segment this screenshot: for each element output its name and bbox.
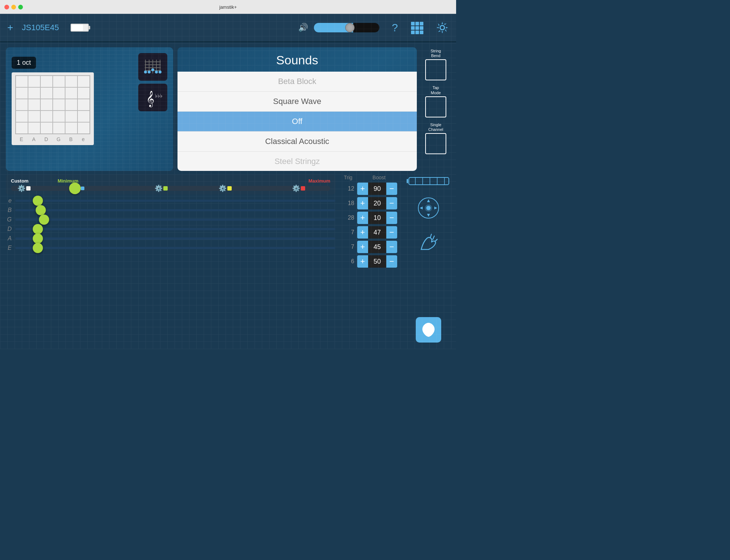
- tap-mode-label: TapMode: [431, 85, 441, 95]
- svg-point-20: [148, 71, 151, 73]
- pick-button[interactable]: [416, 317, 441, 343]
- guitar-grid: E A D G B e: [12, 72, 94, 145]
- grid-cell: [53, 111, 65, 122]
- grid-cell: [16, 111, 28, 122]
- boost-plus-1[interactable]: +: [357, 183, 368, 195]
- boost-minus-3[interactable]: −: [386, 212, 397, 224]
- boost-plus-6[interactable]: +: [357, 255, 368, 268]
- custom-marker: ⚙️: [17, 184, 31, 192]
- sensitivity-track[interactable]: ⚙️ ⚙️: [11, 186, 330, 191]
- svg-text:♭♭♭: ♭♭♭: [155, 93, 163, 99]
- single-channel-label: SingleChannel: [428, 123, 443, 132]
- string-thumb-D[interactable]: [33, 224, 43, 234]
- grid-cell: [28, 76, 40, 87]
- string-track-e[interactable]: [15, 200, 335, 202]
- grid-cell: [53, 99, 65, 111]
- grid-view-icon[interactable]: [410, 21, 423, 34]
- string-track-A[interactable]: [15, 237, 335, 240]
- string-bend-box[interactable]: [425, 59, 446, 80]
- chord-grid-button[interactable]: [138, 53, 167, 81]
- boost-minus-4[interactable]: −: [386, 226, 397, 239]
- grid-cell: [53, 122, 65, 134]
- string-thumb-B[interactable]: [36, 205, 46, 215]
- tap-mode-box[interactable]: [425, 96, 446, 117]
- boost-plus-2[interactable]: +: [357, 197, 368, 209]
- svg-line-42: [435, 239, 437, 241]
- string-row-B: B: [6, 207, 335, 213]
- fret-top-row: 1 oct: [12, 53, 167, 145]
- string-sliders-section: e B G: [6, 197, 335, 344]
- help-icon[interactable]: ?: [392, 21, 398, 34]
- maximum-label: Maximum: [308, 178, 330, 184]
- boost-minus-6[interactable]: −: [386, 255, 397, 268]
- string-track-E[interactable]: [15, 247, 335, 249]
- max-gear-icon: ⚙️: [292, 184, 300, 192]
- string-row-E: E: [6, 245, 335, 251]
- mid-gear-icon: ⚙️: [155, 184, 163, 192]
- trig-val-3: 28: [340, 215, 354, 221]
- grid-cell: [77, 76, 90, 87]
- trig-row-1: 12 + 90 −: [340, 183, 403, 195]
- single-channel-box[interactable]: [425, 133, 446, 154]
- grid-cell: [28, 87, 40, 99]
- boost-minus-2[interactable]: −: [386, 197, 397, 209]
- sound-item-off[interactable]: Off: [177, 112, 417, 132]
- string-track-D[interactable]: [15, 228, 335, 230]
- main-sensitivity-thumb[interactable]: [69, 183, 81, 194]
- trig-row-2: 18 + 20 −: [340, 197, 403, 209]
- close-button[interactable]: [4, 5, 9, 9]
- string-thumb-G[interactable]: [39, 215, 49, 225]
- string-thumb-A[interactable]: [33, 233, 43, 244]
- string-track-B[interactable]: [15, 209, 335, 211]
- trig-val-4: 7: [340, 229, 354, 236]
- string-thumb-e[interactable]: [33, 196, 43, 206]
- trig-boost-header: Trig Boost: [340, 175, 403, 180]
- string-name-G: G: [6, 216, 12, 223]
- strum-icon[interactable]: [418, 231, 439, 255]
- boost-minus-5[interactable]: −: [386, 241, 397, 253]
- svg-rect-3: [411, 26, 415, 30]
- boost-plus-3[interactable]: +: [357, 212, 368, 224]
- fullscreen-button[interactable]: [18, 5, 23, 9]
- string-label-e: e: [77, 136, 89, 142]
- string-thumb-E[interactable]: [33, 243, 43, 253]
- main-toolbar: + JS105E45 🔊 ?: [0, 14, 456, 42]
- grid-cell: [16, 76, 28, 87]
- top-row: 1 oct: [6, 47, 450, 171]
- boost-ctrl-5: + 45 −: [357, 241, 397, 253]
- volume-slider[interactable]: [314, 23, 379, 32]
- grid-cell: [40, 99, 53, 111]
- settings-icon[interactable]: [436, 21, 449, 34]
- dpad-icon[interactable]: [418, 197, 439, 220]
- boost-ctrl-2: + 20 −: [357, 197, 397, 209]
- notation-button[interactable]: 𝄞 ♭♭♭: [138, 84, 167, 111]
- boost-ctrl-6: + 50 −: [357, 255, 397, 268]
- boost-ctrl-4: + 47 −: [357, 226, 397, 239]
- battery-indicator: [71, 24, 89, 32]
- minimize-button[interactable]: [11, 5, 16, 9]
- boost-minus-1[interactable]: −: [386, 183, 397, 195]
- add-device-button[interactable]: +: [7, 22, 13, 33]
- sound-item-classical-acoustic[interactable]: Classical Acoustic: [177, 132, 417, 152]
- trig-row-5: 7 + 45 −: [340, 241, 403, 253]
- mid-marker: ⚙️: [155, 184, 168, 192]
- sound-item-square-wave[interactable]: Square Wave: [177, 92, 417, 112]
- sound-item-beta-block[interactable]: Beta Block: [177, 72, 417, 92]
- string-name-E: E: [6, 245, 12, 251]
- sound-item-steel-stringz[interactable]: Steel Stringz: [177, 152, 417, 171]
- boost-num-3: 10: [368, 212, 386, 224]
- boost-num-1: 90: [368, 183, 386, 195]
- far-right-panel: [407, 175, 450, 344]
- boost-plus-4[interactable]: +: [357, 226, 368, 239]
- svg-rect-4: [415, 26, 419, 30]
- svg-marker-36: [427, 214, 430, 217]
- boost-plus-5[interactable]: +: [357, 241, 368, 253]
- string-track-G[interactable]: [15, 219, 335, 221]
- string-label-A: A: [28, 136, 40, 142]
- fret-icon-stack: 𝄞 ♭♭♭: [138, 53, 167, 111]
- svg-point-39: [426, 206, 431, 210]
- volume-thumb[interactable]: [345, 23, 355, 32]
- grid-cell: [77, 87, 90, 99]
- svg-rect-2: [420, 22, 423, 25]
- grid-cell: [40, 111, 53, 122]
